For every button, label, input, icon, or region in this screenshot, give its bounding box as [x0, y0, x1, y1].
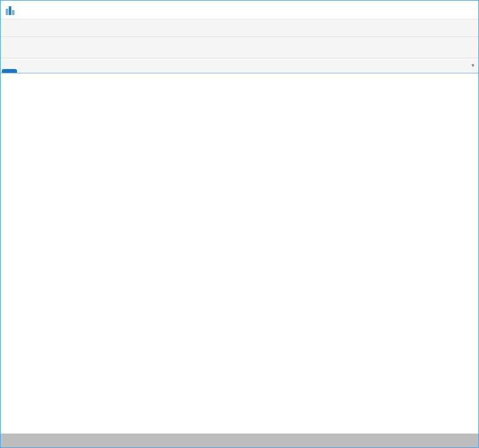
maximize-button[interactable]: [421, 1, 449, 19]
app-icon: [6, 5, 16, 15]
title-bar: [1, 1, 478, 19]
close-button[interactable]: [449, 1, 478, 19]
toolbar: [1, 37, 478, 58]
tab-strip: ▾: [1, 58, 478, 73]
scatter-chart: [7, 80, 472, 427]
status-bar: [1, 434, 478, 447]
tab-menu-arrow-icon[interactable]: ▾: [471, 62, 475, 68]
tab-graph[interactable]: [2, 69, 17, 73]
menu-bar: [1, 19, 478, 37]
minimize-button[interactable]: [392, 1, 421, 19]
chart-area: [1, 73, 478, 434]
